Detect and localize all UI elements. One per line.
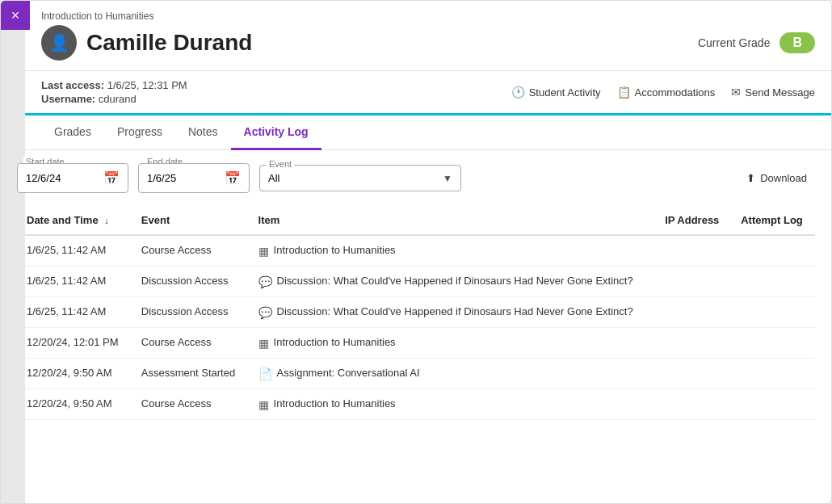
download-button[interactable]: ⬆ Download: [738, 167, 815, 189]
download-label: Download: [760, 172, 807, 184]
start-date-input-wrapper: 📅: [17, 163, 128, 193]
cell-item: ▦ Introduction to Humanities: [249, 328, 656, 359]
send-message-link[interactable]: ✉ Send Message: [731, 86, 815, 99]
cell-event: Discussion Access: [132, 267, 249, 297]
item-type-icon: 📄: [258, 368, 272, 380]
modal-container: × Introduction to Humanities 👤 Camille D…: [0, 0, 832, 504]
start-date-calendar-icon[interactable]: 📅: [103, 170, 120, 186]
cell-attempt-log: [731, 389, 815, 420]
dropdown-arrow-icon: ▼: [443, 173, 452, 184]
item-label: Discussion: What Could've Happened if Di…: [277, 275, 633, 287]
send-message-label: Send Message: [745, 86, 815, 99]
table-row: 12/20/24, 9:50 AM Assessment Started 📄 A…: [17, 359, 815, 389]
cell-event: Discussion Access: [132, 297, 249, 328]
download-icon: ⬆: [746, 172, 755, 184]
cell-ip-address: [655, 297, 731, 328]
cell-date-time: 1/6/25, 11:42 AM: [17, 297, 132, 328]
clock-icon: 🕐: [511, 86, 525, 99]
cell-item: 📄 Assignment: Conversational AI: [249, 359, 656, 389]
start-date-input[interactable]: [26, 172, 99, 184]
cell-item: ▦ Introduction to Humanities: [249, 235, 656, 267]
tab-grades[interactable]: Grades: [41, 116, 104, 150]
left-sidebar: [1, 30, 25, 503]
cell-item: 💬 Discussion: What Could've Happened if …: [249, 297, 656, 328]
cell-date-time: 1/6/25, 11:42 AM: [17, 267, 132, 297]
modal-header: Introduction to Humanities 👤 Camille Dur…: [1, 1, 831, 71]
current-grade-label: Current Grade: [698, 36, 770, 49]
table-row: 1/6/25, 11:42 AM Course Access ▦ Introdu…: [17, 235, 815, 267]
last-access: Last access: 1/6/25, 12:31 PM: [41, 79, 187, 91]
cell-attempt-log: [731, 328, 815, 359]
username: Username: cdurand: [41, 93, 187, 105]
end-date-calendar-icon[interactable]: 📅: [225, 170, 241, 186]
student-meta-bar: Last access: 1/6/25, 12:31 PM Username: …: [1, 71, 831, 116]
avatar: 👤: [41, 25, 77, 61]
table-row: 1/6/25, 11:42 AM Discussion Access 💬 Dis…: [17, 297, 815, 328]
student-name-area: 👤 Camille Durand: [41, 25, 252, 61]
cell-date-time: 12/20/24, 12:01 PM: [17, 328, 132, 359]
cell-event: Course Access: [132, 235, 249, 267]
cell-ip-address: [655, 389, 731, 420]
table-row: 12/20/24, 12:01 PM Course Access ▦ Intro…: [17, 328, 815, 359]
cell-attempt-log: [731, 359, 815, 389]
cell-event: Course Access: [132, 328, 249, 359]
item-label: Introduction to Humanities: [274, 336, 396, 348]
grade-area: Current Grade B: [698, 32, 815, 53]
cell-attempt-log: [731, 297, 815, 328]
student-activity-link[interactable]: 🕐 Student Activity: [511, 86, 601, 99]
col-item: Item: [249, 206, 656, 235]
course-title: Introduction to Humanities: [41, 10, 815, 22]
tab-activity-log[interactable]: Activity Log: [231, 116, 321, 150]
end-date-wrapper: End date 📅: [138, 163, 250, 193]
filters-row: Start date 📅 End date 📅 Event All: [17, 163, 815, 193]
sort-icon: ↓: [104, 216, 109, 225]
cell-date-time: 12/20/24, 9:50 AM: [17, 389, 132, 420]
cell-item: ▦ Introduction to Humanities: [249, 389, 656, 420]
col-event: Event: [132, 206, 249, 235]
item-type-icon: 💬: [258, 306, 272, 319]
item-label: Assignment: Conversational AI: [277, 367, 420, 379]
close-button[interactable]: ×: [1, 1, 30, 30]
student-activity-label: Student Activity: [529, 86, 601, 99]
cell-ip-address: [655, 235, 731, 267]
table-body: 1/6/25, 11:42 AM Course Access ▦ Introdu…: [17, 235, 815, 420]
item-type-icon: ▦: [258, 398, 269, 411]
col-attempt-log: Attempt Log: [731, 206, 815, 235]
event-select[interactable]: All Course Access Discussion Access Asse…: [268, 172, 443, 184]
envelope-icon: ✉: [731, 86, 741, 99]
cell-ip-address: [655, 359, 731, 389]
student-name: Camille Durand: [86, 30, 252, 56]
item-label: Discussion: What Could've Happened if Di…: [277, 305, 633, 317]
end-date-input-wrapper: 📅: [138, 163, 250, 193]
meta-left: Last access: 1/6/25, 12:31 PM Username: …: [41, 79, 187, 105]
header-row: Date and Time ↓ Event Item IP Address At…: [17, 206, 815, 235]
cell-date-time: 12/20/24, 9:50 AM: [17, 359, 132, 389]
cell-attempt-log: [731, 267, 815, 297]
accommodations-label: Accommodations: [635, 86, 716, 99]
content-area: Start date 📅 End date 📅 Event All: [1, 150, 831, 433]
item-label: Introduction to Humanities: [274, 397, 396, 410]
meta-actions: 🕐 Student Activity 📋 Accommodations ✉ Se…: [511, 86, 815, 99]
event-select-wrapper: Event All Course Access Discussion Acces…: [259, 165, 461, 191]
event-select-label: Event: [267, 159, 294, 169]
item-type-icon: 💬: [258, 275, 272, 288]
cell-ip-address: [655, 328, 731, 359]
table-row: 12/20/24, 9:50 AM Course Access ▦ Introd…: [17, 389, 815, 420]
item-label: Introduction to Humanities: [274, 244, 396, 256]
item-type-icon: ▦: [258, 337, 269, 350]
cell-ip-address: [655, 267, 731, 297]
col-date-time[interactable]: Date and Time ↓: [17, 206, 132, 235]
tabs-bar: Grades Progress Notes Activity Log: [1, 116, 831, 150]
start-date-wrapper: Start date 📅: [17, 163, 128, 193]
tab-progress[interactable]: Progress: [104, 116, 175, 150]
grade-badge: B: [779, 32, 815, 53]
tab-notes[interactable]: Notes: [175, 116, 231, 150]
cell-item: 💬 Discussion: What Could've Happened if …: [249, 267, 656, 297]
accommodations-link[interactable]: 📋 Accommodations: [617, 86, 716, 99]
cell-event: Course Access: [132, 389, 249, 420]
table-header: Date and Time ↓ Event Item IP Address At…: [17, 206, 815, 235]
end-date-input[interactable]: [147, 172, 220, 184]
cell-date-time: 1/6/25, 11:42 AM: [17, 235, 132, 267]
cell-attempt-log: [731, 235, 815, 267]
cell-event: Assessment Started: [132, 359, 249, 389]
